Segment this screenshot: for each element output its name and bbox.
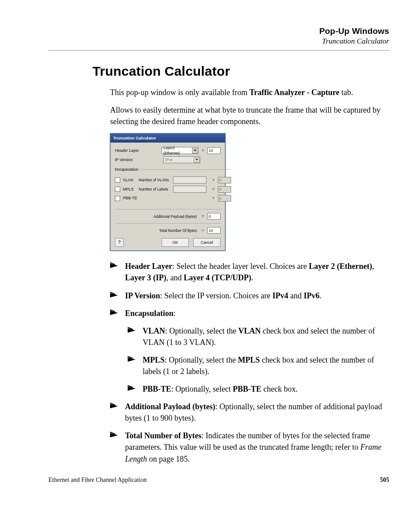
bullet-header-layer: Header Layer: Select the header layer le… [110,261,385,283]
ok-button[interactable]: OK [162,238,189,247]
bullet-vlan: VLAN: Optionally, select the VLAN check … [128,325,385,348]
bullet-mpls: MPLS: Optionally, select the MPLS check … [128,354,385,377]
header-subtitle: Truncation Calculator [48,37,389,46]
pbbte-bytes-field: 0 [218,195,231,202]
separator [115,223,221,224]
header-layer-label: Header Layer [115,148,140,154]
screenshot-window: Truncation Calculator Header Layer Layer… [110,133,225,251]
cancel-button[interactable]: Cancel [193,238,221,247]
window-titlebar: Truncation Calculator [111,134,225,143]
chevron-down-icon[interactable] [192,148,198,154]
bullet-additional-payload: Additional Payload (bytes): Optionally, … [110,401,385,424]
vlan-checkbox[interactable] [115,177,120,183]
vlan-count-label: Number of VLANs [139,177,170,183]
mpls-checkbox[interactable] [115,187,120,192]
mpls-bytes-field: 0 [218,186,231,193]
equals-icon: = [201,227,205,233]
intro-paragraph-1: This pop-up window is only available fro… [110,87,385,98]
mpls-count-select[interactable] [173,186,206,193]
mpls-label: MPLS [123,187,136,192]
header-layer-select[interactable]: Layer2 (Ethernet) [162,147,199,154]
additional-payload-field[interactable]: 0 [207,213,221,220]
encapsulation-group: Encapsulation VLAN Number of VLANs + 0 [115,167,231,205]
header-title: Pop-Up Windows [48,26,389,36]
footer-text: Ethernet and Fibre Channel Application [48,477,147,484]
plus-icon: + [212,187,215,192]
help-button[interactable]: ? [115,238,124,247]
page-number: 505 [380,477,389,484]
encapsulation-legend: Encapsulation [115,167,140,172]
plus-icon: + [212,177,215,183]
additional-payload-label: Additional Payload (bytes) [115,214,199,219]
separator [115,209,221,209]
plus-icon: + [201,148,205,154]
intro-paragraph-2: Allows to easily determine at what byte … [110,104,385,127]
mpls-count-label: Number of Labels [139,187,170,192]
ip-version-label: IP Version [115,157,140,163]
vlan-bytes-field: 0 [218,177,231,183]
vlan-label: VLAN [123,177,136,183]
chevron-down-icon [194,157,199,163]
plus-icon: + [212,195,215,201]
plus-icon: + [201,213,205,219]
header-rule [48,50,389,51]
header-layer-bytes-field[interactable]: 14 [207,147,221,154]
bullet-total-bytes: Total Number of Bytes: Indicates the num… [110,430,385,464]
total-bytes-label: Total Number Of Bytes [115,228,199,233]
ip-version-select[interactable]: IPv4 [163,156,200,163]
pbbte-checkbox[interactable] [115,196,120,201]
bullet-pbbte: PBB-TE: Optionally, select PBB-TE check … [128,383,385,395]
bullet-encapsulation: Encapsulation: VLAN: Optionally, select … [110,308,385,395]
total-bytes-field: 14 [207,227,221,234]
bullet-list: Header Layer: Select the header layer le… [110,261,385,464]
vlan-count-select[interactable] [173,176,206,183]
pbbte-label: PBB-TE [123,195,140,201]
bullet-ip-version: IP Version: Select the IP version. Choic… [110,290,385,301]
body-content: This pop-up window is only available fro… [110,87,385,465]
page-heading: Truncation Calculator [92,64,389,79]
